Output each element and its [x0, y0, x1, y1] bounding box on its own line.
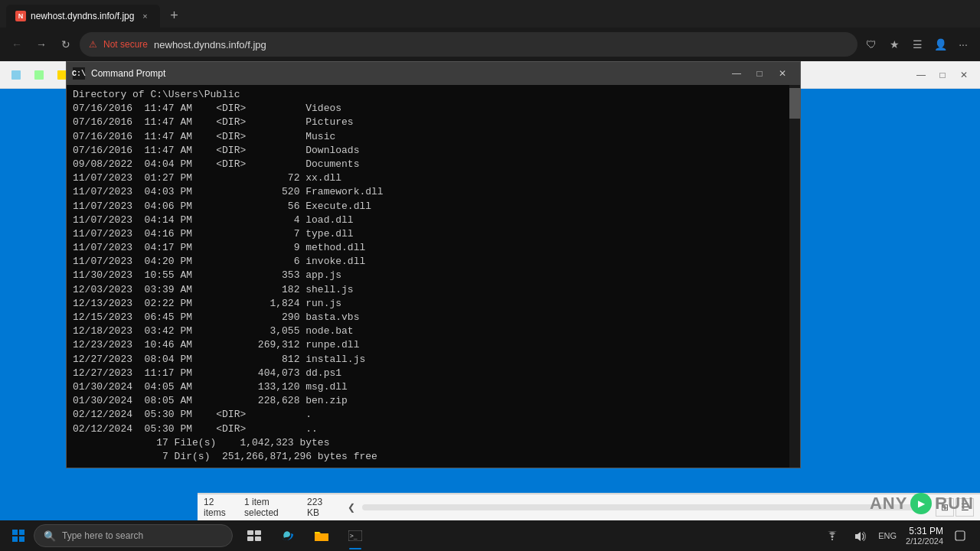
svg-rect-5	[12, 536, 18, 542]
svg-rect-7	[247, 530, 253, 535]
security-icon: ⚠	[89, 39, 97, 50]
search-placeholder-text: Type here to search	[62, 530, 143, 541]
cmd-output: 07/16/2016 11:47 AM <DIR> Videos 07/16/2…	[73, 102, 786, 468]
search-icon: 🔍	[44, 530, 56, 542]
back-button[interactable]: ←	[6, 34, 28, 55]
taskbar-center: >_	[239, 520, 371, 551]
notification-button[interactable]	[949, 520, 971, 551]
fe-forward-button[interactable]	[29, 65, 49, 85]
explorer-button[interactable]	[306, 520, 337, 551]
language-indicator[interactable]: ENG	[875, 520, 900, 551]
cmd-titlebar[interactable]: C:\ Command Prompt — □ ✕	[67, 62, 800, 85]
tab-favicon: N	[15, 11, 26, 21]
anyrun-run-text: RUN	[935, 494, 974, 514]
fe-maximize-button[interactable]: □	[933, 67, 952, 83]
forward-button[interactable]: →	[31, 34, 52, 55]
taskbar-right: ENG 5:31 PM 2/12/2024	[820, 520, 977, 551]
svg-rect-8	[255, 530, 261, 535]
cmd-icon: C:\	[73, 67, 85, 80]
svg-text:>_: >_	[350, 533, 358, 540]
network-button[interactable]	[820, 520, 844, 551]
fe-scroll-track[interactable]	[362, 504, 914, 510]
taskbar: 🔍 Type here to search	[0, 520, 980, 551]
cmd-window: C:\ Command Prompt — □ ✕ Directory of C:…	[66, 61, 801, 468]
navigation-bar: ← → ↻ ⚠ Not secure newhost.dyndns.info/f…	[0, 28, 980, 61]
not-secure-label: Not secure	[103, 39, 148, 50]
cmd-minimize-button[interactable]: —	[725, 64, 748, 83]
tab-bar: N newhost.dyndns.info/f.jpg × +	[0, 0, 980, 28]
cmd-maximize-button[interactable]: □	[748, 64, 771, 83]
svg-rect-6	[19, 536, 24, 542]
fe-items-count: 12 items	[204, 497, 232, 518]
refresh-button[interactable]: ↻	[55, 34, 77, 55]
clock-time: 5:31 PM	[909, 526, 943, 536]
tab-title: newhost.dyndns.info/f.jpg	[31, 11, 134, 21]
anyrun-watermark: ANY ▶ RUN	[864, 490, 980, 517]
anyrun-any-text: ANY	[870, 494, 907, 514]
new-tab-button[interactable]: +	[163, 5, 185, 26]
fe-window-controls: — □ ✕	[911, 67, 974, 83]
cmd-title: Command Prompt	[91, 68, 719, 79]
svg-rect-10	[255, 536, 261, 541]
browser-chrome: N newhost.dyndns.info/f.jpg × + ← → ↻ ⚠ …	[0, 0, 980, 61]
cmd-controls: — □ ✕	[725, 64, 794, 83]
cmd-directory-header: Directory of C:\Users\Public	[73, 88, 786, 102]
svg-rect-4	[19, 530, 24, 535]
clock-date: 2/12/2024	[906, 536, 943, 546]
svg-rect-3	[12, 530, 18, 535]
svg-rect-14	[956, 531, 965, 540]
system-clock[interactable]: 5:31 PM 2/12/2024	[903, 526, 946, 546]
cmd-close-button[interactable]: ✕	[771, 64, 794, 83]
fe-selected: 1 item selected	[244, 497, 295, 518]
fe-close-button[interactable]: ✕	[954, 67, 974, 83]
address-bar[interactable]: ⚠ Not secure newhost.dyndns.info/f.jpg	[80, 32, 858, 57]
profile-button[interactable]: 👤	[929, 34, 951, 55]
svg-rect-1	[34, 70, 44, 80]
cmd-content[interactable]: Directory of C:\Users\Public 07/16/2016 …	[67, 85, 800, 468]
language-text: ENG	[878, 531, 897, 540]
svg-rect-0	[11, 70, 21, 80]
svg-rect-9	[247, 536, 253, 541]
task-view-button[interactable]	[239, 520, 270, 551]
cmd-scrollbar-track[interactable]	[789, 85, 800, 468]
fe-minimize-button[interactable]: —	[911, 67, 931, 83]
volume-button[interactable]	[848, 520, 872, 551]
active-tab[interactable]: N newhost.dyndns.info/f.jpg ×	[6, 5, 160, 28]
anyrun-play-icon: ▶	[910, 493, 932, 514]
fe-scroll-left-button[interactable]: ❮	[344, 500, 359, 515]
more-button[interactable]: ···	[952, 34, 974, 55]
favorites-button[interactable]: ★	[884, 34, 905, 55]
search-bar[interactable]: 🔍 Type here to search	[34, 524, 233, 547]
cmd-taskbar-button[interactable]: >_	[340, 520, 371, 551]
svg-point-13	[831, 539, 833, 540]
fe-size: 223 KB	[307, 497, 332, 518]
fe-status-bar: 12 items 1 item selected 223 KB ❮ ❯ ⊞ ☰	[198, 493, 980, 520]
browser-actions: 🛡 ★ ☰ 👤 ···	[861, 34, 974, 55]
cmd-scrollbar-thumb[interactable]	[789, 88, 800, 119]
start-button[interactable]	[3, 520, 34, 551]
edge-button[interactable]	[273, 520, 303, 551]
fe-back-button[interactable]	[6, 65, 26, 85]
extensions-button[interactable]: 🛡	[861, 34, 882, 55]
tab-close-button[interactable]: ×	[139, 10, 151, 22]
address-text: newhost.dyndns.info/f.jpg	[154, 39, 848, 51]
collections-button[interactable]: ☰	[906, 34, 928, 55]
